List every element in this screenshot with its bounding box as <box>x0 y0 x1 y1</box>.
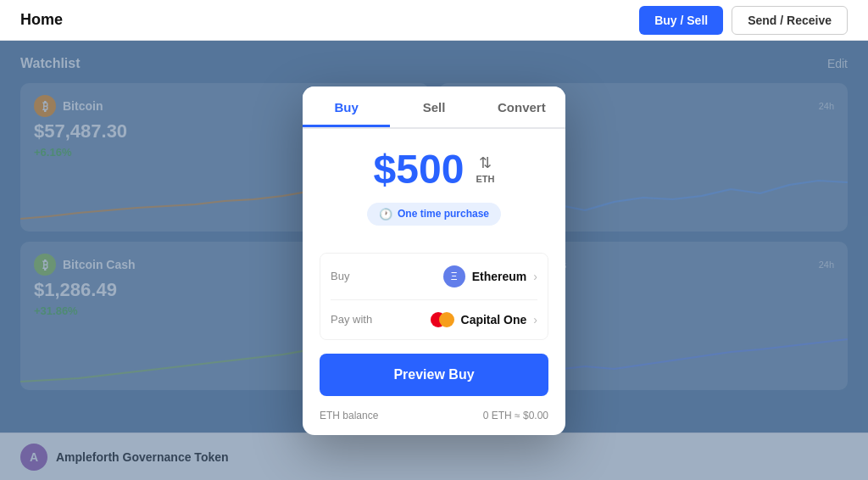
pay-with-row[interactable]: Pay with Capital One › <box>331 300 537 339</box>
modal-body: $500 ⇅ ETH 🕐 One time purchase <box>303 129 565 435</box>
page-title: Home <box>20 11 63 29</box>
one-time-label: One time purchase <box>398 208 489 220</box>
eth-icon: Ξ <box>443 265 465 287</box>
pay-with-value: Capital One <box>461 313 527 327</box>
currency-toggle[interactable]: ⇅ ETH <box>476 153 494 184</box>
one-time-purchase-button[interactable]: 🕐 One time purchase <box>367 203 501 226</box>
tab-buy[interactable]: Buy <box>303 87 390 127</box>
buy-row-label: Buy <box>331 270 349 282</box>
buy-row-chevron: › <box>533 270 537 283</box>
buy-coin-name: Ethereum <box>472 270 527 283</box>
swap-icon: ⇅ <box>479 153 492 172</box>
tab-sell[interactable]: Sell <box>390 87 477 127</box>
eth-balance-value: 0 ETH ≈ $0.00 <box>483 410 548 421</box>
main-content: Watchlist Edit ₿ Bitcoin 24h $57,487.30 … <box>0 41 868 480</box>
tab-convert[interactable]: Convert <box>478 87 565 127</box>
send-receive-button[interactable]: Send / Receive <box>732 6 848 35</box>
buy-row[interactable]: Buy Ξ Ethereum › <box>331 254 537 300</box>
modal-overlay: Buy Sell Convert $500 ⇅ ETH 🕐 <box>0 41 868 480</box>
buy-sell-button[interactable]: Buy / Sell <box>639 6 723 35</box>
modal-rows: Buy Ξ Ethereum › Pay with <box>320 253 548 340</box>
buy-row-right: Ξ Ethereum › <box>443 265 537 287</box>
amount-display[interactable]: $500 <box>374 146 465 193</box>
clock-icon: 🕐 <box>379 208 392 220</box>
pay-with-label: Pay with <box>331 313 372 326</box>
pay-with-chevron: › <box>533 313 537 327</box>
preview-buy-button[interactable]: Preview Buy <box>320 354 548 396</box>
amount-section: $500 ⇅ ETH <box>320 146 548 193</box>
currency-label: ETH <box>476 174 494 184</box>
modal-tabs: Buy Sell Convert <box>303 87 565 129</box>
mastercard-icon <box>431 312 454 327</box>
buy-sell-modal: Buy Sell Convert $500 ⇅ ETH 🕐 <box>303 87 565 435</box>
eth-balance-label: ETH balance <box>320 410 378 421</box>
pay-with-right: Capital One › <box>431 312 537 327</box>
header: Home Buy / Sell Send / Receive <box>0 0 868 41</box>
modal-footer: ETH balance 0 ETH ≈ $0.00 <box>320 406 548 421</box>
header-actions: Buy / Sell Send / Receive <box>639 6 848 35</box>
